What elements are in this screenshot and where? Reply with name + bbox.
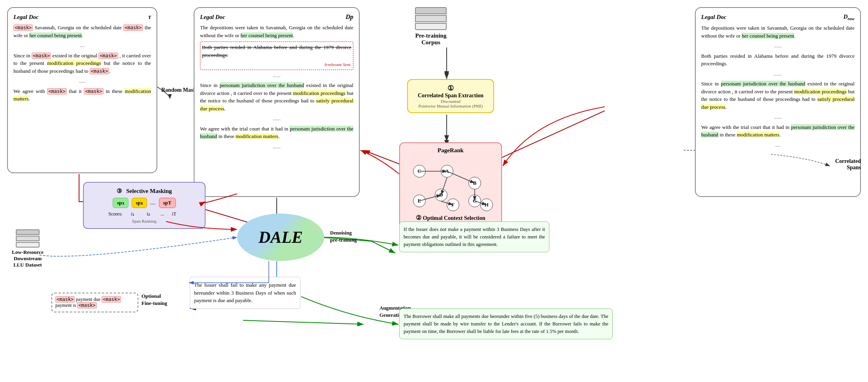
selective-masking-box: ③ Selective Masking sp₁ sp₂ .... spT Sco… bbox=[83, 182, 206, 229]
left-doc-content: <mask> Savannah, Georgia on the schedule… bbox=[13, 24, 151, 103]
mask-token: <mask> bbox=[32, 53, 51, 59]
svg-line-10 bbox=[475, 201, 487, 205]
center-doc-title: Legal Doc Dp bbox=[200, 13, 353, 21]
scores-row: Scores: i₁ i₂ ... iT bbox=[90, 211, 198, 217]
mask-token: <mask> bbox=[90, 68, 109, 74]
denoising-label: Denoisingpre-training bbox=[330, 229, 357, 244]
optional-finetuning-label: OptionalFine-tuning bbox=[142, 293, 167, 307]
svg-line-7 bbox=[419, 195, 441, 201]
left-legal-doc: Legal Doc τ <mask> Savannah, Georgia on … bbox=[7, 7, 157, 173]
left-doc-title: Legal Doc τ bbox=[13, 13, 151, 21]
corpus-icon-stack bbox=[415, 7, 447, 30]
center-doc-content: The depositions were taken in Savannah, … bbox=[200, 24, 353, 150]
svg-line-4 bbox=[447, 171, 475, 183]
svg-line-6 bbox=[441, 178, 447, 195]
low-resource-label: Low-Resource Downstream LLU Dataset bbox=[12, 249, 43, 268]
process-1-box: ① Correlated Span Extraction Discounted … bbox=[407, 79, 494, 113]
corpus-box: Pre-training Corpus bbox=[415, 7, 447, 46]
output-box-1: If the Issuer does not make a payment wi… bbox=[399, 221, 549, 252]
corpus-icon-layer3 bbox=[415, 23, 447, 30]
correlated-spans-label: CorrelatedSpans bbox=[835, 158, 861, 171]
right-doc-content: The depositions were taken in Savannah, … bbox=[701, 24, 855, 149]
graph-edges bbox=[407, 157, 494, 212]
corpus-icon-layer bbox=[415, 7, 447, 14]
center-legal-doc: Legal Doc Dp The depositions were taken … bbox=[194, 7, 360, 197]
input-text-box-2: The Issuer shall fail to make any paymen… bbox=[190, 277, 300, 309]
span-pills-row: sp₁ sp₂ .... spT bbox=[90, 198, 198, 208]
span-pill-dots: .... bbox=[150, 200, 156, 206]
mask-token: <mask> bbox=[98, 53, 118, 59]
mask-token: <mask> bbox=[123, 25, 143, 31]
i2-label: i₂ bbox=[141, 211, 157, 217]
output-box-2: The Borrower shall make all payments due… bbox=[399, 308, 613, 339]
i1-label: i₁ bbox=[125, 211, 141, 217]
process-2-box: ② Optimal Context Selection bbox=[404, 214, 497, 221]
svg-line-8 bbox=[441, 201, 453, 205]
corpus-icon-layer2 bbox=[415, 15, 447, 22]
mask-token-a: <mask> bbox=[55, 296, 75, 303]
selective-masking-title: ③ Selective Masking bbox=[90, 187, 198, 195]
mask-input-box: <mask> payment due <mask> payment is <ma… bbox=[51, 293, 138, 312]
right-doc-title: Legal Doc Draw bbox=[701, 13, 855, 21]
random-masks-label: Random Masks bbox=[161, 87, 198, 93]
mask-token-b: <mask> bbox=[102, 296, 121, 303]
span-pill-1: sp₁ bbox=[113, 198, 128, 208]
mask-token: <mask> bbox=[13, 25, 33, 31]
mask-token: <mask> bbox=[84, 88, 103, 95]
span-pill-T: spT bbox=[159, 198, 176, 208]
corpus-title: Pre-training Corpus bbox=[415, 32, 447, 46]
iT-label: iT bbox=[168, 211, 180, 217]
dale-box: DALE bbox=[237, 214, 324, 261]
irrelevant-label: Irrelevant Sent. bbox=[202, 61, 351, 68]
span-pill-2: sp₂ bbox=[132, 198, 147, 208]
span-ranking-label: Span Ranking bbox=[90, 219, 198, 223]
irrelevant-section: Both parties resided in Alabama before a… bbox=[200, 42, 353, 70]
pagerank-graph: A B C D E F G H bbox=[407, 157, 494, 212]
low-resource-icon bbox=[12, 229, 43, 248]
mask-token: <mask> bbox=[47, 88, 66, 95]
pagerank-box: PageRank A B C D E F G H ② Optimal Conte… bbox=[399, 142, 502, 229]
mask-token-c: <mask> bbox=[77, 302, 96, 308]
low-resource-box: Low-Resource Downstream LLU Dataset bbox=[12, 229, 43, 268]
